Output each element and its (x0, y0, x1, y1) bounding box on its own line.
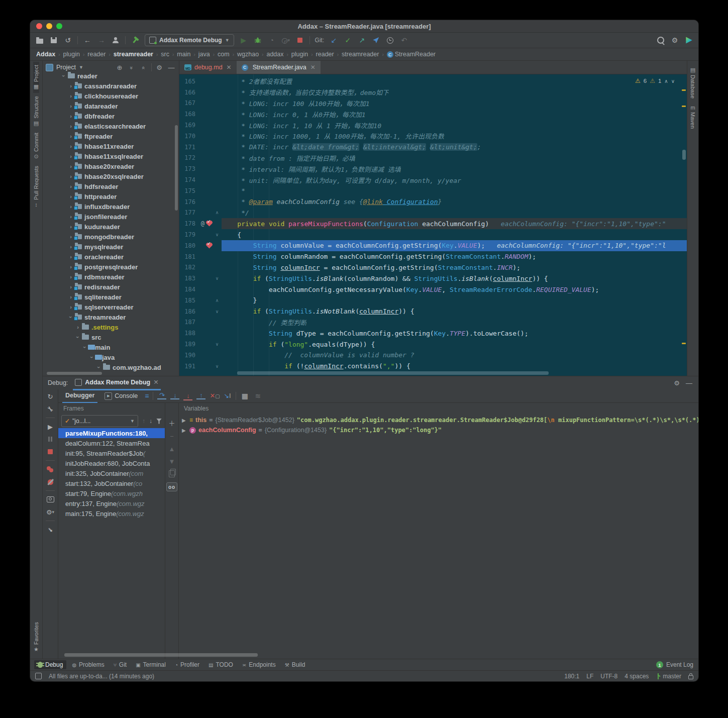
editor-tab[interactable]: CStreamReader.java✕ (237, 61, 321, 74)
tree-item[interactable]: ›hbase11xreader (43, 141, 179, 151)
stack-frame-row[interactable]: init:325, JobContainer (com (58, 468, 165, 478)
tree-item[interactable]: ›postgresqlreader (43, 262, 179, 272)
tree-chevron-icon[interactable]: › (68, 314, 74, 320)
rerun-icon[interactable]: ↻ (46, 392, 54, 400)
add-watch-icon[interactable]: ＋ (168, 418, 176, 428)
tool-stripe-maven[interactable]: mMaven (690, 101, 696, 132)
tree-chevron-icon[interactable]: › (68, 173, 74, 179)
tree-chevron-icon[interactable]: › (61, 73, 67, 79)
fold-marker-icon[interactable]: ∧ (214, 210, 221, 215)
next-warning-icon[interactable]: ∨ (671, 78, 675, 84)
tool-window-tab-endpoints[interactable]: ≍Endpoints (239, 660, 279, 669)
tree-chevron-icon[interactable]: › (68, 193, 74, 199)
breakpoint-icon[interactable]: ✓ (206, 243, 213, 249)
debug-horizontal-scrollbar[interactable] (64, 653, 258, 657)
tree-chevron-icon[interactable]: › (68, 113, 74, 119)
edit-configuration-wrench-icon[interactable]: 🔧︎ (46, 405, 54, 413)
tab-console[interactable]: ▶Console (101, 389, 141, 402)
tree-chevron-icon[interactable]: › (68, 183, 74, 189)
history-icon[interactable] (385, 36, 394, 45)
tree-item[interactable]: ›.settings (43, 322, 179, 332)
expand-variable-icon[interactable]: ▶ (182, 418, 187, 423)
breadcrumb-item[interactable]: java (198, 51, 210, 58)
run-icon[interactable]: ▶ (239, 36, 248, 45)
project-view-dropdown-icon[interactable]: ▼ (79, 65, 83, 70)
forward-icon[interactable]: → (97, 36, 106, 45)
tree-chevron-icon[interactable]: › (82, 344, 88, 350)
tree-chevron-icon[interactable]: › (68, 93, 74, 99)
close-tab-icon[interactable]: ✕ (227, 64, 232, 71)
remove-watch-icon[interactable]: − (168, 433, 176, 440)
search-everywhere-icon[interactable] (656, 36, 665, 45)
step-over-icon[interactable]: ↷ (157, 392, 166, 399)
stack-frame-row[interactable]: initJobReader:680, JobConta (58, 458, 165, 468)
tree-item[interactable]: ›java (43, 352, 179, 362)
tree-item[interactable]: ›jsonfilereader (43, 212, 179, 222)
tree-item[interactable]: ›reader (43, 71, 179, 81)
show-watches-icon[interactable]: oo (166, 482, 177, 491)
tree-chevron-icon[interactable]: › (68, 304, 74, 310)
fold-marker-icon[interactable]: ∧ (214, 298, 221, 303)
tree-chevron-icon[interactable]: › (68, 133, 74, 139)
line-ending[interactable]: LF (586, 673, 593, 680)
variable-row[interactable]: ▶≡this = {StreamReader$Job@1452} "com.wg… (179, 415, 698, 425)
evaluate-expression-icon[interactable]: ▦ (240, 391, 249, 400)
git-cherry-pick-icon[interactable] (371, 36, 380, 45)
resume-icon[interactable]: ▶ (46, 423, 54, 431)
build-hammer-icon[interactable] (131, 36, 140, 45)
stack-frame-row[interactable]: dealColumn:122, StreamRea (58, 438, 165, 448)
project-horizontal-scrollbar[interactable] (47, 372, 102, 375)
close-session-icon[interactable]: ✕ (153, 378, 158, 386)
tool-stripe-pull-requests[interactable]: Pull Requests↕ (33, 163, 39, 211)
save-icon[interactable] (49, 36, 58, 45)
tree-chevron-icon[interactable]: › (68, 163, 74, 169)
tree-chevron-icon[interactable]: › (68, 214, 74, 220)
run-to-cursor-icon[interactable]: ↘I (223, 392, 232, 400)
tool-stripe-project[interactable]: Project▦ (33, 62, 39, 93)
editor-horizontal-scrollbar[interactable] (237, 371, 549, 375)
breadcrumb-item[interactable]: plugin (291, 51, 308, 58)
tool-window-tab-debug[interactable]: Debug (34, 660, 66, 669)
expand-all-icon[interactable]: » (127, 64, 136, 71)
tree-item[interactable]: ›src (43, 332, 179, 342)
tree-chevron-icon[interactable]: › (68, 123, 74, 129)
fold-marker-icon[interactable]: ∨ (214, 342, 221, 347)
project-settings-gear-icon[interactable]: ⚙ (155, 64, 164, 71)
status-frame-icon[interactable] (35, 673, 42, 679)
tree-item[interactable]: ›hbase11xsqlreader (43, 151, 179, 161)
tree-chevron-icon[interactable]: › (75, 334, 81, 340)
tool-window-tab-git[interactable]: ⑂Git (110, 660, 130, 669)
tree-item[interactable]: ›rdbmsreader (43, 272, 179, 282)
frame-down-icon[interactable]: ↓ (149, 418, 152, 425)
prev-warning-icon[interactable]: ∧ (664, 78, 668, 84)
tree-item[interactable]: ›httpreader (43, 191, 179, 201)
breadcrumb-item[interactable]: src (161, 51, 169, 58)
tab-debugger[interactable]: Debugger (62, 389, 97, 403)
collapse-all-icon[interactable]: « (139, 64, 148, 71)
tree-item[interactable]: ›influxdbreader (43, 201, 179, 212)
run-with-profile-icon[interactable] (111, 36, 120, 45)
tool-stripe-database[interactable]: ▤Database (690, 64, 696, 101)
tree-item[interactable]: ›hdfsreader (43, 181, 179, 191)
expand-variable-icon[interactable]: ▶ (182, 428, 187, 433)
tree-item[interactable]: ›mongodbreader (43, 232, 179, 242)
fold-marker-icon[interactable]: ∨ (214, 309, 221, 314)
tree-item[interactable]: ›sqlserverreader (43, 302, 179, 312)
tree-chevron-icon[interactable]: › (68, 244, 74, 250)
stack-frame-row[interactable]: entry:137, Engine (com.wgz (58, 498, 165, 508)
tree-item[interactable]: ›redisreader (43, 282, 179, 292)
caret-position[interactable]: 180:1 (564, 673, 579, 680)
profiler-icon[interactable]: ◶▾ (281, 36, 290, 45)
breadcrumb-item[interactable]: plugin (63, 51, 80, 58)
tree-chevron-icon[interactable]: › (68, 234, 74, 240)
breadcrumb-item[interactable]: reader (316, 51, 334, 58)
filter-frames-icon[interactable] (156, 419, 162, 424)
sync-icon[interactable]: ↺ (63, 36, 72, 45)
breadcrumb-item[interactable]: streamreader (114, 51, 153, 58)
tool-stripe-commit[interactable]: Commit⊙ (33, 130, 39, 163)
close-tab-icon[interactable]: ✕ (310, 64, 316, 71)
tree-chevron-icon[interactable]: › (68, 143, 74, 149)
settings-gear-icon[interactable]: ⚙ (670, 36, 679, 45)
tree-chevron-icon[interactable]: › (68, 224, 74, 230)
tree-item[interactable]: ›oraclereader (43, 252, 179, 262)
